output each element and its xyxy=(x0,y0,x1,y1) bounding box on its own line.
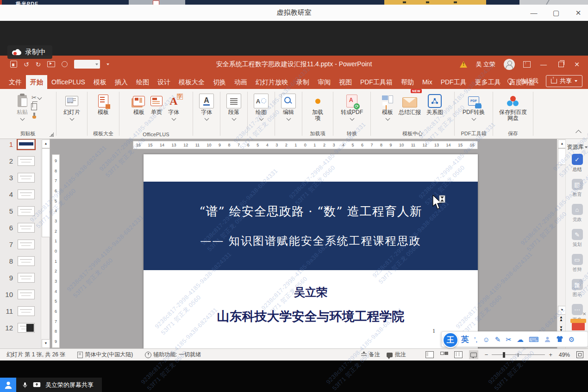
copy-button[interactable] xyxy=(31,103,37,110)
accessibility-icon[interactable] xyxy=(145,352,151,358)
font-group-button[interactable]: A 字体 xyxy=(197,92,216,121)
ppt-restore-button[interactable] xyxy=(558,62,564,67)
single-page-button[interactable]: 单页 xyxy=(148,92,165,116)
fit-to-window-icon[interactable] xyxy=(576,351,583,358)
tab-PDF工具[interactable]: PDF工具 xyxy=(437,75,471,89)
slide-thumbnail[interactable] xyxy=(18,190,35,199)
template-center-template-button[interactable]: 模板 xyxy=(380,92,395,121)
tab-插入[interactable]: 插入 xyxy=(111,75,132,89)
resource-item-总结[interactable]: ✓总结 xyxy=(566,154,588,173)
accessibility-status[interactable]: 辅助功能: 一切就绪 xyxy=(153,351,201,359)
thumbnail-row[interactable]: 6 xyxy=(4,222,41,233)
slide-thumbnail[interactable] xyxy=(18,223,35,233)
slide-thumbnail[interactable] xyxy=(18,306,35,316)
edit-group-button[interactable]: 编辑 xyxy=(279,92,298,121)
tab-设计[interactable]: 设计 xyxy=(153,75,175,89)
slideshow-view-button[interactable] xyxy=(469,350,478,359)
zoom-out-icon[interactable]: − xyxy=(485,351,488,358)
tell-me-icon[interactable] xyxy=(507,78,513,84)
thumbnail-row[interactable]: 2 xyxy=(4,156,41,166)
slide-sorter-view-button[interactable] xyxy=(440,352,448,358)
thumbnail-row[interactable]: 7 xyxy=(4,239,41,249)
slide-thumbnail[interactable] xyxy=(18,256,35,266)
format-painter-button[interactable] xyxy=(31,113,37,119)
slide-canvas[interactable]: “谱” 绘安全思政路 · “数” 造工程育人新 —— 知识图谱赋能安全系统工程课… xyxy=(144,154,478,348)
app-minimize-button[interactable]: — xyxy=(529,9,539,17)
normal-view-button[interactable] xyxy=(425,351,434,358)
tab-切换[interactable]: 切换 xyxy=(209,75,230,89)
zoom-thumb[interactable] xyxy=(503,352,505,358)
tab-幻灯片放映[interactable]: 幻灯片放映 xyxy=(251,75,292,89)
slide-thumbnail[interactable] xyxy=(18,273,35,283)
comments-toggle[interactable]: 批注 xyxy=(387,351,406,359)
thumbnail-row[interactable]: 5 xyxy=(4,206,41,216)
tab-帮助[interactable]: 帮助 xyxy=(397,75,418,89)
tab-Mix[interactable]: Mix xyxy=(418,75,437,89)
ribbon-display-options-icon[interactable] xyxy=(523,61,531,68)
tab-视图[interactable]: 视图 xyxy=(335,75,356,89)
thumbnail-row[interactable]: 8 xyxy=(4,256,41,266)
ime-cloud-icon[interactable]: ☁ xyxy=(517,336,524,343)
thumbnail-scrollbar[interactable]: ▲ ▼ xyxy=(41,139,50,348)
reading-view-button[interactable] xyxy=(454,351,463,358)
ime-punctuation-icon[interactable]: ’, xyxy=(474,336,478,343)
ime-account-icon[interactable] xyxy=(544,336,551,343)
thumbnail-row[interactable]: 10 xyxy=(4,289,41,299)
clipboard-dialog-launcher[interactable] xyxy=(50,133,54,137)
cut-button[interactable]: ✂ xyxy=(31,95,37,101)
zoom-slider[interactable]: − + xyxy=(485,351,552,358)
app-close-button[interactable]: ✕ xyxy=(573,9,583,17)
ppt-minimize-button[interactable]: — xyxy=(539,61,548,68)
notes-toggle[interactable]: 备注 xyxy=(361,351,380,359)
officeplus-font-button[interactable]: A字 字体 xyxy=(166,92,181,121)
microphone-icon[interactable] xyxy=(22,381,28,389)
tab-开始[interactable]: 开始 xyxy=(26,75,47,89)
paste-button[interactable]: 粘贴 xyxy=(14,92,30,121)
language-status[interactable]: 简体中文(中国大陆) xyxy=(85,351,133,359)
previous-slide-button[interactable]: ▲▲ xyxy=(557,316,565,322)
collapse-ribbon-icon[interactable] xyxy=(575,130,582,136)
draw-group-button[interactable]: A 绘图 xyxy=(251,92,271,121)
thumbnail-row[interactable]: 4 xyxy=(4,189,41,199)
resource-item-教育[interactable]: ▤教育 xyxy=(566,179,588,198)
app-maximize-button[interactable]: ▢ xyxy=(551,9,561,17)
tab-模板大全[interactable]: 模板大全 xyxy=(175,75,209,89)
save-to-baidu-button[interactable]: 保存到百度网盘 xyxy=(496,92,530,122)
resource-item-图示[interactable]: ▦图示 xyxy=(566,279,588,298)
template-button[interactable]: 模板 xyxy=(95,92,111,116)
tab-模板[interactable]: 模板 xyxy=(89,75,111,89)
notes-page-icon[interactable] xyxy=(77,352,83,358)
zoom-in-icon[interactable]: + xyxy=(549,351,552,358)
slide-thumbnail[interactable] xyxy=(18,240,35,249)
tab-更多工具[interactable]: 更多工具 xyxy=(471,75,505,89)
tab-文件[interactable]: 文件 xyxy=(5,75,26,89)
thumbnail-row[interactable]: 12 xyxy=(4,322,41,333)
resource-item-策划[interactable]: ✎策划 xyxy=(566,229,588,248)
tab-绘图[interactable]: 绘图 xyxy=(132,75,153,89)
ime-settings-icon[interactable]: ⚙ xyxy=(569,336,575,343)
officeplus-template-button[interactable]: 模板 xyxy=(131,92,147,116)
participant-icon[interactable] xyxy=(0,378,16,392)
slide-thumbnail[interactable] xyxy=(18,206,35,216)
screen-share-icon[interactable] xyxy=(33,381,41,388)
convert-to-pdf-button[interactable]: 转成PDF xyxy=(338,92,365,121)
scroll-up-icon[interactable]: ▲ xyxy=(42,139,50,148)
ime-language-mode[interactable]: 英 xyxy=(461,334,469,345)
ime-skin-icon[interactable] xyxy=(556,336,563,342)
thumbnail-row[interactable]: 3 xyxy=(4,172,41,183)
paragraph-group-button[interactable]: 段落 xyxy=(224,92,244,121)
slide-thumbnail[interactable] xyxy=(18,156,35,166)
tell-me-label[interactable]: 告诉我 xyxy=(520,77,538,85)
resource-item-党政[interactable]: ⌂党政 xyxy=(566,204,588,223)
ime-emoji-icon[interactable]: ☺ xyxy=(483,336,490,343)
ime-cut-icon[interactable]: ✂ xyxy=(506,336,512,343)
close-icon[interactable]: ✕ xyxy=(582,311,586,316)
thumbnail-row[interactable]: 11 xyxy=(4,306,41,316)
pdf-convert-button[interactable]: PDF PDF转换 xyxy=(460,92,487,121)
ime-handwriting-icon[interactable]: ✎ xyxy=(495,336,501,343)
ime-keyboard-icon[interactable]: ⌨ xyxy=(529,336,539,343)
summary-report-button[interactable]: NEW 总结汇报 xyxy=(396,92,423,116)
tab-录制[interactable]: 录制 xyxy=(292,75,313,89)
tab-审阅[interactable]: 审阅 xyxy=(313,75,335,89)
ime-logo[interactable]: 王 xyxy=(443,332,458,348)
